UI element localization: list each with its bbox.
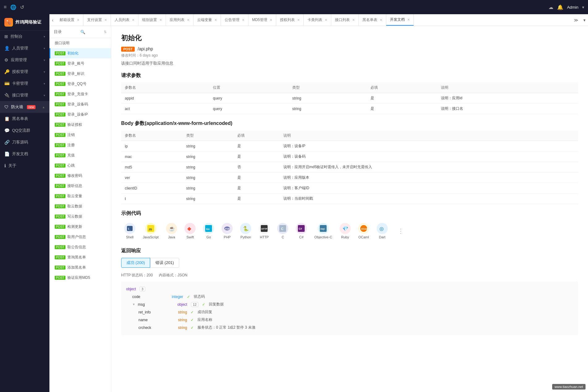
response-tab-success[interactable]: 成功 (200) xyxy=(121,258,150,268)
response-tab-error[interactable]: 错误 (201) xyxy=(150,258,179,268)
bell-icon[interactable]: 🔔 xyxy=(557,4,563,10)
doc-item-getnotice[interactable]: POST 取公告信息 xyxy=(49,242,111,252)
doc-item-writeclouddata[interactable]: POST 写云数据 xyxy=(49,211,111,222)
sidebar-item-app[interactable]: ⚙ 应用管理 ▾ xyxy=(0,54,49,66)
tab-close-icon[interactable]: ✕ xyxy=(159,18,162,22)
sidebar-item-auth[interactable]: 🔑 授权管理 ▾ xyxy=(0,66,49,78)
doc-item-queryblacklist[interactable]: POST 查询黑名单 xyxy=(49,252,111,262)
tab-close-icon[interactable]: ✕ xyxy=(297,18,300,22)
sidebar-item-interface[interactable]: 🔌 接口管理 ▾ xyxy=(0,89,49,101)
tab-close-icon[interactable]: ✕ xyxy=(104,18,107,22)
user-menu[interactable]: Admin xyxy=(567,5,578,10)
sidebar-item-firewall[interactable]: 🛡 防火墙 new ▲ xyxy=(0,101,49,113)
tab-authlist[interactable]: 授权列表 ✕ xyxy=(276,14,304,26)
tab-devdocs[interactable]: 开发文档 ✕ xyxy=(386,14,414,26)
tab-email[interactable]: 邮箱设置 ✕ xyxy=(56,14,83,26)
tab-personnel[interactable]: 人员列表 ✕ xyxy=(111,14,138,26)
shield-icon: 🛡 xyxy=(4,104,9,109)
doc-item-changepwd[interactable]: POST 修改密码 xyxy=(49,171,111,181)
search-icon[interactable]: 🔍 xyxy=(80,30,85,34)
doc-item-login-device[interactable]: POST 登录_设备码 xyxy=(49,99,111,109)
code-lang-ocaml[interactable]: OCml OCaml xyxy=(355,220,372,241)
code-lang-python[interactable]: 🐍 Python xyxy=(237,220,254,241)
code-lang-ruby[interactable]: 💎 Ruby xyxy=(336,220,354,241)
tab-group[interactable]: 组别设置 ✕ xyxy=(138,14,166,26)
doc-item-register[interactable]: POST 注册 xyxy=(49,140,111,150)
tab-close-icon[interactable]: ✕ xyxy=(132,18,134,22)
doc-item-label: 登录_标识 xyxy=(67,71,84,76)
tab-interfacelist[interactable]: 接口列表 ✕ xyxy=(331,14,359,26)
code-lang-swift[interactable]: ◆ Swift xyxy=(181,220,199,241)
tab-close-icon[interactable]: ✕ xyxy=(352,18,355,22)
tab-close-icon[interactable]: ✕ xyxy=(187,18,189,22)
sidebar-item-qqgroup[interactable]: 💬 QQ交流群 xyxy=(0,125,49,136)
doc-item-login-ip[interactable]: POST 登录_设备IP xyxy=(49,109,111,120)
collapse-arrow-icon[interactable]: ▼ xyxy=(132,303,135,306)
cloud-icon[interactable]: ☁ xyxy=(548,4,553,10)
tab-close-icon[interactable]: ✕ xyxy=(380,18,382,22)
doc-item-login-card[interactable]: POST 登录_充值卡 xyxy=(49,89,111,99)
sidebar-item-about[interactable]: ℹ 关于 xyxy=(0,160,49,172)
sidebar-item-card[interactable]: 💳 卡密管理 ▾ xyxy=(0,78,49,89)
doc-item-logout[interactable]: POST 注销 xyxy=(49,130,111,140)
doc-item-getuserinfo[interactable]: POST 取用户信息 xyxy=(49,232,111,242)
resp-field-msg: ▼ msg object 12 ✓ 回复数据 xyxy=(132,300,573,308)
sidebar-item-label: 黑名单表 xyxy=(12,116,28,121)
tab-applist[interactable]: 应用列表 ✕ xyxy=(166,14,193,26)
doc-item-intro[interactable]: 接口说明 xyxy=(49,38,111,48)
tab-close-icon[interactable]: ✕ xyxy=(77,18,79,22)
post-badge: POST xyxy=(55,174,66,178)
tab-payment[interactable]: 支付设置 ✕ xyxy=(83,14,111,26)
code-lang-more[interactable]: ⋮ xyxy=(392,225,409,237)
doc-item-getcloudvar[interactable]: POST 取云变量 xyxy=(49,191,111,201)
tab-back-btn[interactable]: ‹ xyxy=(49,14,56,26)
sidebar-item-dashboard[interactable]: ⊞ 控制台 ▾ xyxy=(0,31,49,42)
code-lang-java[interactable]: ☕ Java xyxy=(163,220,180,241)
tab-blacklisttab[interactable]: 黑名单表 ✕ xyxy=(359,14,386,26)
doc-item-checkupdate[interactable]: POST 检测更新 xyxy=(49,222,111,232)
doc-item-addblacklist[interactable]: POST 添加黑名单 xyxy=(49,262,111,273)
doc-item-recharge[interactable]: POST 充值 xyxy=(49,150,111,160)
tab-more-btn[interactable]: ≫ xyxy=(571,18,581,23)
tab-close-icon[interactable]: ✕ xyxy=(270,18,272,22)
code-lang-shell[interactable]: $_ Shell xyxy=(121,220,138,241)
tab-cloudvar[interactable]: 云端变量 ✕ xyxy=(193,14,221,26)
doc-item-verify-auth[interactable]: POST 验证授权 xyxy=(49,120,111,130)
code-lang-go[interactable]: Go Go xyxy=(200,220,217,241)
globe-icon[interactable]: 🌐 xyxy=(10,4,16,10)
code-lang-csharp[interactable]: C# C# xyxy=(293,220,310,241)
refresh-icon[interactable]: ↺ xyxy=(20,4,24,10)
sidebar-item-blacklist[interactable]: 📋 黑名单表 xyxy=(0,113,49,125)
table-row: ver string 是 说明：应用版本 xyxy=(121,173,578,183)
code-lang-php[interactable]: PHP PHP xyxy=(218,220,236,241)
sidebar-item-devdocs[interactable]: 📄 开发文档 xyxy=(0,148,49,160)
resp-type: string xyxy=(178,310,187,314)
tab-notice[interactable]: 公告管理 ✕ xyxy=(221,14,248,26)
tab-md5[interactable]: MD5管理 ✕ xyxy=(248,14,276,26)
doc-item-login-account[interactable]: POST 登录_账号 xyxy=(49,58,111,69)
doc-item-login-tag[interactable]: POST 登录_标识 xyxy=(49,69,111,79)
tab-close-icon[interactable]: ✕ xyxy=(242,18,244,22)
tab-close-icon[interactable]: ✕ xyxy=(407,18,410,21)
tab-close-icon[interactable]: ✕ xyxy=(325,18,327,22)
sidebar-item-personnel[interactable]: 👤 人员管理 ▾ xyxy=(0,42,49,54)
code-lang-objc[interactable]: ObjC Objective-C xyxy=(311,220,335,241)
tab-cardtype[interactable]: 卡类列表 ✕ xyxy=(304,14,331,26)
code-lang-dart[interactable]: ◎ Dart xyxy=(374,220,391,241)
tab-close-icon[interactable]: ✕ xyxy=(214,18,217,22)
doc-item-verifymd5[interactable]: POST 验证应用MD5 xyxy=(49,273,111,283)
code-lang-c[interactable]: C C xyxy=(274,220,291,241)
tab-dropdown-btn[interactable]: ▾ xyxy=(581,18,588,23)
sort-icon[interactable]: ⇅ xyxy=(104,30,107,34)
sidebar-item-daogu[interactable]: 🔗 刀客源码 xyxy=(0,136,49,148)
doc-item-init[interactable]: POST 初始化 xyxy=(49,48,111,58)
doc-item-login-qq[interactable]: POST 登录_QQ号 xyxy=(49,79,111,89)
menu-icon[interactable]: ≡ xyxy=(4,4,6,10)
post-badge: POST xyxy=(55,255,66,259)
doc-item-label: 接口说明 xyxy=(55,40,70,46)
code-lang-http[interactable]: HTTP HTTP xyxy=(256,220,273,241)
code-lang-javascript[interactable]: JS JavaScript xyxy=(140,220,162,241)
doc-item-heartbeat[interactable]: POST 心跳 xyxy=(49,160,111,171)
doc-item-getclouddata[interactable]: POST 取云数据 xyxy=(49,201,111,211)
doc-item-receive[interactable]: POST 接听信息 xyxy=(49,181,111,191)
